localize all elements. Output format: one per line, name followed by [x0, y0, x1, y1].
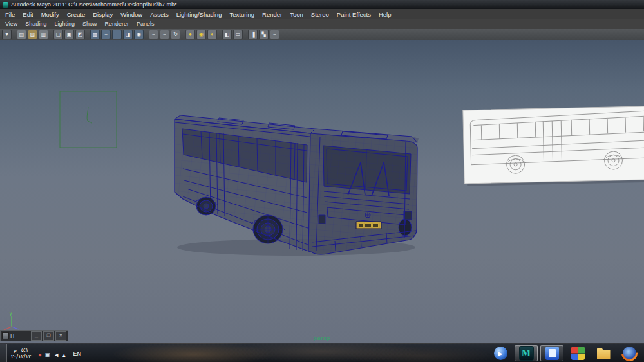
- toolbar-separator[interactable]: [182, 30, 184, 39]
- curve-object[interactable]: [60, 91, 117, 148]
- new-scene-icon[interactable]: ▤: [17, 30, 26, 39]
- select-hierarchy-icon[interactable]: ▢: [53, 30, 63, 39]
- taskbar-app-buttons: [489, 345, 644, 361]
- main-menu-bar: FileEditModifyCreateDisplayWindowAssetsL…: [0, 9, 644, 20]
- viewport-persp[interactable]: y x z persp: [0, 40, 644, 343]
- menu-item[interactable]: Paint Effects: [333, 10, 375, 19]
- snap-point-icon[interactable]: ∴: [112, 30, 122, 39]
- open-scene-icon[interactable]: ▨: [28, 30, 37, 39]
- toolbar-separator[interactable]: [50, 30, 52, 39]
- panel-menu-item[interactable]: Renderer: [100, 19, 133, 29]
- status-line-toolbar: ▾▤▨▥▢▣◩▦~∴◨◉≡≡↻●◉◐◧▭▐▚≡: [0, 29, 644, 41]
- snap-surface-icon[interactable]: ◉: [134, 30, 144, 39]
- layer-editor-icon[interactable]: ≡: [270, 30, 279, 39]
- menu-item[interactable]: Stereo: [307, 10, 333, 19]
- windows-taskbar: ٠٥:١ م ٢٠/١٢/١٢ ●▣◄▴ EN: [0, 343, 644, 362]
- show-desktop-button[interactable]: [0, 344, 7, 362]
- snap-curve-icon[interactable]: ~: [101, 30, 111, 39]
- blue-document-icon[interactable]: [540, 345, 564, 361]
- volume-icon[interactable]: ◄: [53, 348, 59, 359]
- title-bar: Autodesk Maya 2011: C:\Users\Mohammed\De…: [0, 0, 644, 9]
- menu-item[interactable]: Assets: [146, 10, 173, 19]
- render-view-icon[interactable]: ▭: [233, 30, 243, 39]
- clock-date: ٢٠/١٢/١٢: [11, 354, 31, 360]
- system-tray: ●▣◄▴: [35, 348, 68, 359]
- menu-item[interactable]: Create: [63, 10, 90, 19]
- ipr-render-icon[interactable]: ◉: [196, 30, 206, 39]
- output-connections-icon[interactable]: ≡: [160, 30, 169, 39]
- menu-item[interactable]: File: [1, 10, 19, 19]
- language-indicator[interactable]: EN: [69, 350, 86, 357]
- clock-time: ٠٥:١ م: [14, 347, 28, 354]
- minimize-button[interactable]: ▁: [31, 331, 42, 341]
- snap-grid-icon[interactable]: ▦: [90, 30, 100, 39]
- menu-item[interactable]: Modify: [37, 10, 63, 19]
- panel-menu-item[interactable]: Lighting: [50, 19, 79, 29]
- reference-image-plane[interactable]: [463, 106, 644, 186]
- hypershade-icon[interactable]: ◧: [222, 30, 232, 39]
- close-button[interactable]: ✕: [55, 331, 66, 341]
- panel-menu-item[interactable]: Show: [79, 19, 101, 29]
- render-current-frame-icon[interactable]: ●: [185, 30, 195, 39]
- render-settings-icon[interactable]: ◐: [207, 30, 217, 39]
- menu-item[interactable]: Edit: [19, 10, 37, 19]
- menu-item[interactable]: Render: [258, 10, 286, 19]
- panel-menu-item[interactable]: Panels: [133, 19, 158, 29]
- menu-item[interactable]: Lighting/Shading: [173, 10, 226, 19]
- firefox-icon[interactable]: [618, 345, 641, 361]
- channel-box-icon[interactable]: ▚: [259, 30, 269, 39]
- snap-view-plane-icon[interactable]: ◨: [123, 30, 133, 39]
- games-explorer-icon[interactable]: [566, 345, 589, 361]
- panel-menu-item[interactable]: Shading: [21, 19, 50, 29]
- sidebar-toggle-icon[interactable]: ▐: [248, 30, 258, 39]
- menu-item[interactable]: Help: [375, 10, 395, 19]
- taskbar-clock[interactable]: ٠٥:١ م ٢٠/١٢/١٢: [7, 347, 35, 360]
- toolbar-separator[interactable]: [218, 30, 221, 39]
- select-component-icon[interactable]: ◩: [75, 30, 85, 39]
- tray-app-icon[interactable]: ●: [38, 348, 41, 359]
- hidden-icons-chevron[interactable]: ▴: [62, 348, 66, 359]
- panel-icon: [2, 332, 9, 339]
- folder-icon[interactable]: [592, 345, 615, 361]
- menu-item[interactable]: Display: [89, 10, 117, 19]
- toolbar-separator[interactable]: [244, 30, 247, 39]
- toolbar-separator[interactable]: [13, 30, 15, 39]
- menu-item[interactable]: Toon: [286, 10, 307, 19]
- bus-wireframe-model[interactable]: [175, 115, 419, 256]
- media-player-icon[interactable]: [489, 345, 512, 361]
- window-title: Autodesk Maya 2011: C:\Users\Mohammed\De…: [11, 0, 176, 9]
- toolbar-separator[interactable]: [86, 30, 89, 39]
- panel-menu-bar: ViewShadingLightingShowRendererPanels: [0, 19, 644, 30]
- minimized-panel-title: H..: [10, 333, 30, 339]
- menu-item[interactable]: Window: [117, 10, 146, 19]
- construction-history-icon[interactable]: ↻: [171, 30, 180, 39]
- select-object-icon[interactable]: ▣: [64, 30, 74, 39]
- menu-item[interactable]: Texturing: [225, 10, 258, 19]
- network-icon[interactable]: ▣: [45, 348, 51, 359]
- camera-label: persp: [0, 334, 644, 341]
- save-scene-icon[interactable]: ▥: [39, 30, 48, 39]
- input-connections-icon[interactable]: ≡: [149, 30, 158, 39]
- panel-menu-item[interactable]: View: [1, 19, 21, 29]
- scene-render: y x z: [0, 40, 644, 343]
- minimized-panel-bar: H.. ▁ ❐ ✕: [0, 330, 68, 341]
- selection-mask-menu-icon[interactable]: ▾: [2, 30, 12, 39]
- maya-logo-icon: [3, 2, 8, 8]
- maya-icon[interactable]: [515, 345, 538, 361]
- toolbar-separator[interactable]: [145, 30, 147, 39]
- restore-button[interactable]: ❐: [43, 331, 54, 341]
- svg-text:y: y: [9, 310, 13, 316]
